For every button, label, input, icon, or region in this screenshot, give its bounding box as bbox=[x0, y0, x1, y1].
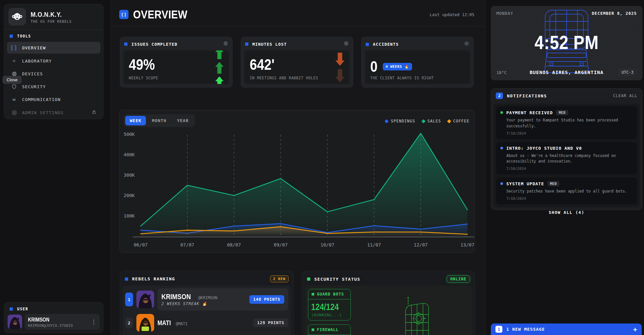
green-square-icon bbox=[307, 277, 310, 281]
guard-bots-status: [RUNNING...] bbox=[308, 313, 350, 320]
status-dot-icon bbox=[500, 111, 503, 114]
online-status-badge: ONLINE bbox=[447, 275, 470, 283]
user-email: KRIMSON@JOYCO.STUDIO bbox=[28, 323, 73, 327]
svg-text:100K: 100K bbox=[124, 213, 135, 219]
notification-body: Your payment to Rampant Studio has been … bbox=[506, 117, 633, 129]
brand-title: M.O.N.K.Y. bbox=[31, 11, 62, 18]
blue-square-icon bbox=[124, 42, 127, 46]
diamond-icon bbox=[385, 119, 389, 123]
sidebar-item-communication[interactable]: ✉ COMMUNICATION bbox=[7, 93, 100, 105]
notification-item[interactable]: INTRO: JOYCO STUDIO AND V0 About us - We… bbox=[496, 142, 637, 175]
gear-icon[interactable] bbox=[464, 41, 469, 48]
user-section-label: USER bbox=[4, 302, 103, 313]
notification-title: PAYMENT RECEIVED bbox=[506, 110, 553, 115]
sidebar-item-overview[interactable]: [] OVERVIEW bbox=[7, 42, 100, 54]
guard-bots-label: GUARD BOTS bbox=[317, 292, 344, 296]
svg-text:09/07: 09/07 bbox=[274, 242, 288, 247]
notification-date: 7/10/2024 bbox=[506, 196, 633, 201]
shield-icon bbox=[11, 84, 17, 89]
tab-year[interactable]: YEAR bbox=[172, 116, 193, 125]
rank-handle: @KRIMSON bbox=[198, 296, 217, 300]
legend-label: SALES bbox=[428, 119, 441, 123]
svg-text:200K: 200K bbox=[124, 193, 135, 198]
new-count-badge: 2 NEW bbox=[270, 275, 289, 282]
diamond-icon bbox=[447, 119, 451, 123]
blue-square-icon bbox=[125, 277, 128, 281]
show-all-button[interactable]: SHOW ALL (4) bbox=[496, 207, 637, 216]
user-box[interactable]: KRIMSON KRIMSON@JOYCO.STUDIO ⋮ bbox=[25, 314, 100, 330]
notification-item[interactable]: PAYMENT RECEIVED MED Your payment to Ram… bbox=[496, 106, 637, 139]
trend-up-arrows bbox=[214, 50, 224, 84]
arrow-up-icon bbox=[214, 50, 224, 59]
clear-all-button[interactable]: CLEAR ALL bbox=[613, 93, 637, 98]
clock-date: DECEMBER 8, 2025 bbox=[592, 11, 637, 16]
sidebar-item-label: SECURITY bbox=[22, 84, 46, 89]
arrow-down-icon bbox=[335, 69, 345, 83]
points-badge: 129 POINTS bbox=[253, 319, 288, 327]
brackets-icon: [] bbox=[11, 45, 17, 51]
stat-card-accidents: ACCIDENTS 0 4 WEEKS 🔥 THE CLIENT ALWAYS … bbox=[361, 37, 474, 88]
lock-icon bbox=[92, 110, 97, 116]
message-count-badge: 1 bbox=[495, 326, 502, 333]
ranking-row-1[interactable]: 1 KRIMSON@KRIMSON 2 WEEKS STREAK 🔥 bbox=[125, 288, 288, 311]
nut-settings-icon[interactable] bbox=[223, 41, 228, 47]
blue-square-icon bbox=[366, 43, 369, 46]
notification-title: SYSTEM UPDATE bbox=[506, 181, 544, 186]
ranking-title: REBELS RANKING bbox=[132, 276, 175, 281]
user-card: USER KRIMSON KRIMSON@JOYCO.STUDIO ⋮ bbox=[4, 302, 103, 333]
clock-top-row: MONDAY DECEMBER 8, 2025 bbox=[491, 11, 642, 16]
notification-item[interactable]: SYSTEM UPDATE MED Security patches have … bbox=[496, 177, 637, 204]
close-tooltip: Close bbox=[3, 76, 21, 84]
stat-caption: THE CLIENT ALWAYS IS RIGHT bbox=[370, 76, 434, 80]
avatar bbox=[8, 315, 22, 329]
svg-text:07/07: 07/07 bbox=[181, 242, 194, 247]
area-chart[interactable]: 100K200K300K400K500K06/0707/0708/0709/07… bbox=[120, 129, 475, 251]
chart-legend: SPENDINGS SALES COFFEE bbox=[385, 119, 469, 123]
rank-badge: 2 bbox=[125, 318, 133, 328]
tab-week[interactable]: WEEK bbox=[125, 116, 146, 125]
svg-text:10/07: 10/07 bbox=[321, 242, 334, 247]
sidebar-item-label: COMMUNICATION bbox=[22, 97, 61, 102]
last-updated: Last updated 12:05 bbox=[430, 12, 474, 17]
chart-panel: WEEK MONTH YEAR SPENDINGS SALES COFFEE 1… bbox=[119, 110, 475, 253]
tab-month[interactable]: MONTH bbox=[147, 116, 171, 125]
svg-text:300K: 300K bbox=[124, 172, 135, 178]
monkey-logo-icon bbox=[8, 8, 26, 26]
status-dot-icon bbox=[500, 182, 503, 185]
stat-title: MINUTES LOST bbox=[252, 42, 287, 47]
legend-label: COFFEE bbox=[453, 119, 469, 123]
sidebar-item-admin-settings[interactable]: ADMIN SETTINGS bbox=[7, 107, 100, 118]
ranking-row-2[interactable]: 2 MATI@MATI 129 POINTS bbox=[125, 314, 288, 332]
nut-icon bbox=[11, 110, 17, 116]
stat-card-minutes: MINUTES LOST 642' IN MEETINGS AND RABBIT… bbox=[241, 37, 353, 88]
notification-body: Security patches have been applied to al… bbox=[506, 189, 633, 194]
rank-streak: 2 WEEKS STREAK 🔥 bbox=[161, 301, 217, 306]
plus-icon[interactable]: + bbox=[633, 325, 637, 333]
guard-bots-box: GUARD BOTS 124/124 [RUNNING...] bbox=[308, 289, 351, 321]
kebab-menu-icon[interactable]: ⋮ bbox=[91, 319, 97, 325]
page-title: OVERVIEW bbox=[133, 8, 187, 21]
streak-weeks-badge: 4 WEEKS 🔥 bbox=[383, 63, 412, 70]
stat-body: 49% WEEKLY SCOPE bbox=[124, 50, 229, 84]
status-dot-icon bbox=[500, 147, 503, 149]
notification-title: INTRO: JOYCO STUDIO AND V0 bbox=[506, 146, 582, 151]
svg-text:08/07: 08/07 bbox=[227, 242, 241, 247]
brand-text: M.O.N.K.Y. THE OS FOR REBELS bbox=[31, 11, 71, 23]
overview-brackets-icon: [] bbox=[119, 10, 128, 19]
stat-value: 49% bbox=[129, 57, 155, 72]
tools-label: TOOLS bbox=[17, 34, 31, 39]
brand: M.O.N.K.Y. THE OS FOR REBELS bbox=[4, 4, 103, 30]
user-name: KRIMSON bbox=[28, 317, 49, 323]
trend-down-arrows bbox=[335, 52, 345, 84]
stat-value: 642' bbox=[250, 57, 274, 72]
notification-count-badge: 2 bbox=[496, 92, 503, 99]
rank-name: MATI bbox=[157, 320, 171, 326]
rank-handle: @MATI bbox=[176, 322, 187, 326]
chart-range-tabs: WEEK MONTH YEAR bbox=[124, 114, 195, 127]
brand-subtitle: THE OS FOR REBELS bbox=[31, 19, 71, 23]
user-label: USER bbox=[17, 307, 28, 311]
nut-settings-icon[interactable] bbox=[344, 41, 349, 47]
sidebar-item-laboratory[interactable]: ⚛ LABORATORY bbox=[7, 55, 100, 67]
new-message-bar[interactable]: 1 1 NEW MESSAGE + bbox=[491, 323, 642, 335]
rank-name: KRIMSON bbox=[161, 293, 191, 300]
